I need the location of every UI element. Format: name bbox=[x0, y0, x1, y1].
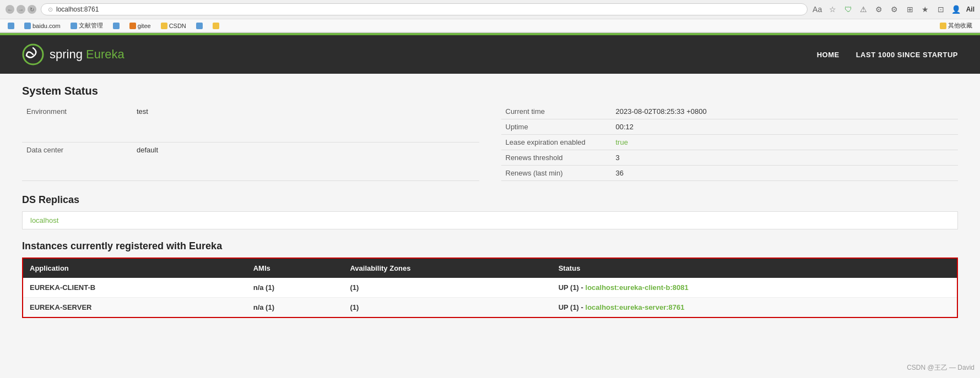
system-status-title: System Status bbox=[22, 85, 958, 97]
bookmark-icon bbox=[8, 23, 14, 29]
value-current-time: 2023-08-02T08:25:33 +0800 bbox=[611, 104, 959, 119]
home-link[interactable]: HOME bbox=[817, 51, 840, 59]
bookmark-icon bbox=[113, 23, 120, 29]
label-datacenter: Data center bbox=[22, 142, 132, 180]
label-environment: Environment bbox=[22, 104, 132, 142]
eureka-logo: spring Eureka bbox=[22, 43, 124, 65]
bookmark-icon bbox=[24, 23, 31, 29]
table-row: Renews threshold 3 bbox=[501, 150, 959, 166]
label-current-time: Current time bbox=[501, 104, 611, 119]
shield-icon[interactable]: 🛡 bbox=[843, 4, 854, 15]
logo-spring-text: spring Eureka bbox=[50, 47, 124, 62]
logo-eureka-text: Eureka bbox=[86, 47, 124, 61]
instance-link[interactable]: localhost:eureka-server:8761 bbox=[586, 303, 685, 311]
bookmark-icon bbox=[161, 23, 167, 29]
value-renews-threshold: 3 bbox=[611, 150, 959, 166]
ds-replica-link[interactable]: localhost bbox=[30, 216, 58, 224]
table-row: EUREKA-CLIENT-B n/a (1) (1) UP (1) - loc… bbox=[23, 278, 957, 298]
ds-replicas-section: DS Replicas localhost bbox=[22, 194, 958, 229]
bookmark-icon bbox=[129, 23, 136, 29]
status-right-table: Current time 2023-08-02T08:25:33 +0800 U… bbox=[501, 104, 959, 181]
bookmark-icon bbox=[196, 23, 203, 29]
instance-application: EUREKA-CLIENT-B bbox=[23, 278, 247, 298]
settings-icon[interactable]: ⚙ bbox=[889, 4, 900, 15]
value-uptime: 00:12 bbox=[611, 119, 959, 135]
other-bookmarks[interactable]: 其他收藏 bbox=[938, 21, 974, 30]
instance-amis: n/a (1) bbox=[247, 278, 344, 298]
value-renews-last-min: 36 bbox=[611, 166, 959, 181]
table-row: Current time 2023-08-02T08:25:33 +0800 bbox=[501, 104, 959, 119]
instance-amis: n/a (1) bbox=[247, 298, 344, 318]
instances-table: Application AMIs Availability Zones Stat… bbox=[22, 258, 958, 318]
system-status-section: System Status Environment test Data cent… bbox=[22, 85, 958, 181]
value-environment: test bbox=[132, 104, 479, 142]
bookmark-icon bbox=[213, 23, 219, 29]
ds-replicas-title: DS Replicas bbox=[22, 194, 958, 206]
spring-logo-icon bbox=[22, 43, 44, 65]
status-left-table: Environment test Data center default bbox=[22, 104, 479, 181]
instance-application: EUREKA-SERVER bbox=[23, 298, 247, 318]
bookmark-item[interactable] bbox=[194, 22, 205, 30]
alert-icon[interactable]: ⚠ bbox=[858, 4, 869, 15]
profile-label: Ail bbox=[966, 6, 974, 13]
label-uptime: Uptime bbox=[501, 119, 611, 135]
bookmark-item[interactable]: gitee bbox=[127, 22, 153, 30]
address-text: localhost:8761 bbox=[56, 6, 99, 13]
instances-title: Instances currently registered with Eure… bbox=[22, 240, 958, 252]
bookmark-star-icon[interactable]: ☆ bbox=[827, 4, 838, 15]
instances-section: Instances currently registered with Eure… bbox=[22, 240, 958, 318]
table-row: EUREKA-SERVER n/a (1) (1) UP (1) - local… bbox=[23, 298, 957, 318]
col-availability-zones: Availability Zones bbox=[343, 258, 551, 278]
last1000-link[interactable]: LAST 1000 SINCE STARTUP bbox=[856, 51, 958, 59]
table-row: Uptime 00:12 bbox=[501, 119, 959, 135]
instance-status: UP (1) - localhost:eureka-server:8761 bbox=[552, 298, 957, 318]
favorites-icon[interactable]: ★ bbox=[920, 4, 931, 15]
ds-replicas-box: localhost bbox=[22, 211, 958, 229]
browser-action-icons: Aa ☆ 🛡 ⚠ ⚙ ⚙ ⊞ ★ ⊡ 👤 Ail bbox=[812, 4, 974, 15]
value-lease-expiration: true bbox=[611, 135, 959, 150]
bookmark-item[interactable] bbox=[111, 22, 122, 30]
status-tables: Environment test Data center default Cur… bbox=[22, 104, 958, 181]
table-row: Environment test bbox=[22, 104, 479, 142]
bookmark-item[interactable] bbox=[210, 22, 221, 30]
header-nav: HOME LAST 1000 SINCE STARTUP bbox=[817, 51, 958, 59]
browser-chrome: ← → ↻ ⊙ localhost:8761 Aa ☆ 🛡 ⚠ ⚙ ⚙ ⊞ ★ … bbox=[0, 0, 980, 33]
security-icon: ⊙ bbox=[48, 6, 53, 13]
instance-zones: (1) bbox=[343, 298, 551, 318]
bookmark-icon bbox=[71, 23, 77, 29]
col-amis: AMIs bbox=[247, 258, 344, 278]
table-header-row: Application AMIs Availability Zones Stat… bbox=[23, 258, 957, 278]
label-renews-last-min: Renews (last min) bbox=[501, 166, 611, 181]
folder-icon bbox=[940, 23, 946, 29]
forward-button[interactable]: → bbox=[17, 5, 25, 14]
eureka-header: spring Eureka HOME LAST 1000 SINCE START… bbox=[0, 35, 980, 74]
back-button[interactable]: ← bbox=[6, 5, 14, 14]
bookmark-item[interactable] bbox=[6, 22, 17, 30]
browser-nav-icons: ← → ↻ bbox=[6, 5, 36, 14]
instance-zones: (1) bbox=[343, 278, 551, 298]
label-lease-expiration: Lease expiration enabled bbox=[501, 135, 611, 150]
split-icon[interactable]: ⊞ bbox=[905, 4, 916, 15]
collections-icon[interactable]: ⊡ bbox=[935, 4, 946, 15]
address-bar[interactable]: ⊙ localhost:8761 bbox=[41, 3, 808, 15]
reader-icon[interactable]: Aa bbox=[812, 4, 823, 15]
bookmark-item[interactable]: baidu.com bbox=[22, 22, 63, 30]
instance-status: UP (1) - localhost:eureka-client-b:8081 bbox=[552, 278, 957, 298]
table-row: Renews (last min) 36 bbox=[501, 166, 959, 181]
browser-toolbar: ← → ↻ ⊙ localhost:8761 Aa ☆ 🛡 ⚠ ⚙ ⚙ ⊞ ★ … bbox=[0, 0, 980, 19]
extensions-icon[interactable]: ⚙ bbox=[874, 4, 885, 15]
label-renews-threshold: Renews threshold bbox=[501, 150, 611, 166]
table-row: Lease expiration enabled true bbox=[501, 135, 959, 150]
instance-link[interactable]: localhost:eureka-client-b:8081 bbox=[586, 283, 689, 292]
page-content: System Status Environment test Data cent… bbox=[0, 74, 980, 340]
bookmarks-bar: baidu.com 文献管理 gitee CSDN 其他收藏 bbox=[0, 19, 980, 32]
bookmark-item[interactable]: CSDN bbox=[159, 22, 188, 30]
table-row: Data center default bbox=[22, 142, 479, 180]
profile-icon[interactable]: 👤 bbox=[951, 4, 962, 15]
value-datacenter: default bbox=[132, 142, 479, 180]
col-status: Status bbox=[552, 258, 957, 278]
bookmark-item[interactable]: 文献管理 bbox=[68, 21, 105, 30]
reload-button[interactable]: ↻ bbox=[28, 5, 36, 14]
col-application: Application bbox=[23, 258, 247, 278]
